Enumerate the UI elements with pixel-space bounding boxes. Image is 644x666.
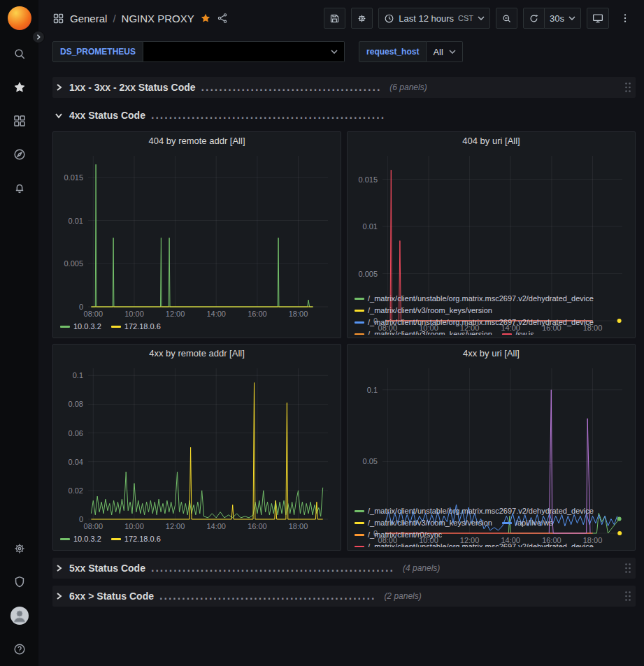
x-tick-label: 08:00: [84, 310, 103, 318]
row-title-dots: ........................................…: [159, 590, 375, 602]
legend-item[interactable]: 172.18.0.6: [111, 533, 161, 544]
favorite-star-icon[interactable]: [200, 13, 211, 24]
y-tick-label: 0.06: [69, 429, 83, 437]
more-options-button[interactable]: [615, 8, 636, 29]
legend-swatch: [111, 538, 121, 540]
legend-item[interactable]: 10.0.3.2: [60, 321, 101, 332]
share-icon[interactable]: [217, 13, 228, 24]
row-6xx-status-code[interactable]: 6xx > Status Code ......................…: [52, 586, 636, 607]
breadcrumb-dashboard[interactable]: NGINX PROXY: [122, 13, 194, 24]
x-tick-label: 08:00: [84, 522, 103, 530]
request-host-variable-label: request_host: [359, 41, 427, 62]
panel-title[interactable]: 404 by uri [All]: [348, 132, 635, 150]
drag-dots-icon: [624, 563, 631, 574]
sidebar-item-starred[interactable]: [0, 71, 38, 104]
main-area: General / NGINX PROXY: [38, 0, 644, 666]
legend-label: /_matrix/client/unstable/org.matrix.msc2…: [368, 541, 594, 547]
breadcrumb-separator: /: [113, 13, 115, 24]
row-1xx-3xx-2xx-status-code[interactable]: 1xx - 3xx - 2xx Status Code ............…: [52, 77, 636, 98]
panel-4xx-by-remote-addr: 4xx by remote addr [All] 08:0010:0012:00…: [52, 344, 341, 551]
chart-4xx-by-uri[interactable]: 08:0010:0012:0014:0016:0018:0000.050.1: [352, 363, 631, 504]
legend-item[interactable]: /_matrix/client/v3/room_keys/version: [355, 305, 492, 316]
sidebar-item-profile[interactable]: [0, 599, 38, 632]
sidebar-item-explore[interactable]: [0, 138, 38, 171]
refresh-interval-label: 30s: [550, 13, 564, 24]
row-panel-count: (6 panels): [389, 82, 427, 92]
legend-label: /_matrix/client/v3/room_keys/version: [368, 328, 492, 335]
legend-item[interactable]: /_matrix/client/unstable/org.matrix.msc2…: [355, 317, 594, 328]
legend-item[interactable]: /_matrix/client/unstable/org.matrix.msc2…: [355, 505, 594, 516]
kebab-menu-icon: [620, 13, 631, 24]
clock-icon: [384, 13, 394, 24]
legend-item[interactable]: /api/live/ws: [502, 517, 553, 528]
sidebar-item-help[interactable]: [0, 632, 38, 666]
refresh-icon: [529, 13, 539, 24]
legend-item[interactable]: /_matrix/client/v3/room_keys/version: [355, 517, 492, 528]
dashboard-settings-button[interactable]: [351, 8, 373, 29]
row-4xx-status-code[interactable]: 4xx Status Code ........................…: [52, 105, 636, 126]
chart-404-by-uri[interactable]: 08:0010:0012:0014:0016:0018:0000.0050.01…: [352, 150, 631, 291]
chart-4xx-by-remote-addr[interactable]: 08:0010:0012:0014:0016:0018:0000.020.040…: [57, 363, 336, 532]
datasource-select[interactable]: [143, 41, 345, 62]
zoom-out-button[interactable]: [496, 8, 517, 29]
sidebar-item-dashboards[interactable]: [0, 104, 38, 138]
row-5xx-status-code[interactable]: 5xx Status Code ........................…: [52, 558, 636, 579]
legend-swatch: [355, 298, 364, 300]
cycle-view-button[interactable]: [587, 8, 609, 29]
legend-label: /_matrix/client/unstable/org.matrix.msc2…: [368, 505, 594, 516]
legend-item[interactable]: /_matrix/client/unstable/org.matrix.msc2…: [355, 293, 594, 304]
refresh-button[interactable]: [523, 8, 545, 29]
row-drag-handle[interactable]: [624, 591, 631, 602]
y-tick-label: 0.015: [358, 175, 378, 184]
legend-swatch: [502, 522, 512, 524]
panel-title[interactable]: 404 by remote addr [All]: [53, 132, 341, 150]
time-range-label: Last 12 hours: [399, 13, 454, 24]
sidebar-item-alerting[interactable]: [0, 171, 38, 205]
chart-404-by-remote-addr[interactable]: 08:0010:0012:0014:0016:0018:0000.0050.01…: [57, 150, 336, 319]
legend-item[interactable]: /_matrix/client/unstable/org.matrix.msc2…: [355, 541, 594, 547]
chevron-right-icon: [54, 82, 64, 92]
shield-icon: [13, 575, 27, 589]
apps-icon: [13, 114, 27, 128]
star-icon: [13, 80, 27, 94]
legend-label: 10.0.3.2: [73, 321, 101, 332]
legend-item[interactable]: 10.0.3.2: [60, 533, 101, 544]
x-tick-label: 12:00: [166, 310, 185, 318]
row-title: 4xx Status Code: [69, 110, 145, 121]
y-tick-label: 0.04: [69, 458, 83, 466]
row-title: 6xx > Status Code: [69, 591, 154, 602]
panel-title[interactable]: 4xx by uri [All]: [348, 345, 635, 363]
time-series-plot[interactable]: 08:0010:0012:0014:0016:0018:0000.020.040…: [57, 363, 336, 532]
legend-label: /_matrix/client/r0/sync: [368, 529, 442, 540]
chevron-down-icon: [449, 50, 456, 54]
apps-icon: [52, 13, 64, 24]
panel-404-by-uri: 404 by uri [All] 08:0010:0012:0014:0016:…: [347, 131, 636, 338]
row-title: 1xx - 3xx - 2xx Status Code: [69, 82, 196, 93]
breadcrumb-folder[interactable]: General: [70, 13, 107, 24]
time-series-plot[interactable]: 08:0010:0012:0014:0016:0018:0000.0050.01…: [57, 150, 336, 319]
drag-dots-icon: [624, 82, 631, 93]
x-tick-label: 16:00: [248, 522, 267, 530]
compass-icon: [13, 147, 27, 161]
refresh-interval-select[interactable]: 30s: [545, 8, 581, 29]
request-host-select[interactable]: All: [427, 41, 462, 62]
legend-swatch: [60, 326, 70, 328]
sidebar-item-server-admin[interactable]: [0, 565, 38, 599]
grafana-logo[interactable]: [8, 6, 31, 30]
legend-item[interactable]: 172.18.0.6: [111, 321, 161, 332]
time-range-picker[interactable]: Last 12 hours CST: [378, 8, 490, 29]
sidebar-item-configuration[interactable]: [0, 532, 38, 565]
panel-title[interactable]: 4xx by remote addr [All]: [53, 345, 341, 363]
row-drag-handle[interactable]: [624, 82, 631, 93]
legend-label: /_matrix/client/v3/room_keys/version: [368, 517, 492, 528]
sidebar-item-search[interactable]: [0, 37, 38, 71]
sidebar-expand-button[interactable]: [32, 31, 45, 43]
legend-item[interactable]: /_matrix/client/v3/room_keys/version: [355, 328, 492, 335]
legend-item[interactable]: /sw.js: [502, 328, 534, 335]
y-tick-label: 0.01: [363, 222, 378, 231]
row-drag-handle[interactable]: [624, 563, 631, 574]
legend-label: /api/live/ws: [515, 517, 553, 528]
legend-item[interactable]: /_matrix/client/r0/sync: [355, 529, 442, 540]
save-dashboard-button[interactable]: [324, 8, 345, 29]
refresh-button-group: 30s: [523, 8, 581, 29]
